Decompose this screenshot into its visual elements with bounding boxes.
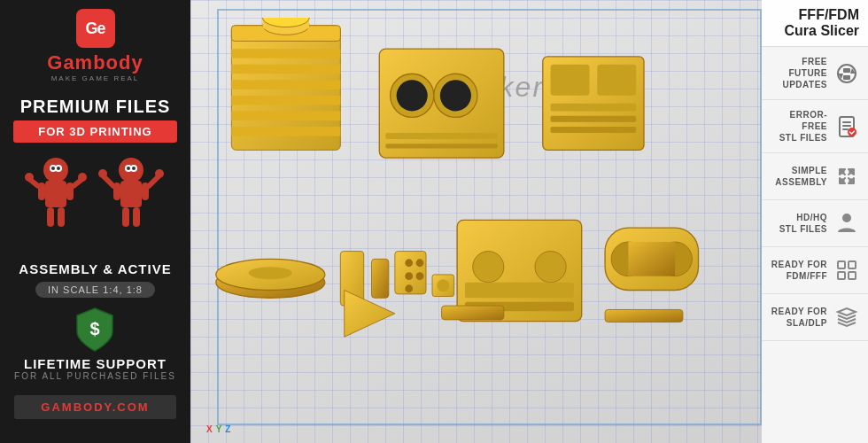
assembly-label: ASSEMBLY & ACTIVE [19, 261, 171, 276]
svg-rect-45 [385, 133, 498, 139]
svg-point-61 [405, 272, 413, 280]
grid-icon [833, 256, 861, 284]
svg-point-27 [132, 167, 136, 170]
svg-point-65 [473, 252, 504, 283]
svg-point-90 [842, 214, 851, 222]
svg-rect-93 [838, 272, 845, 279]
for-purchased-label: FOR ALL PURCHASED FILES [14, 371, 176, 381]
document-icon [833, 113, 861, 141]
svg-point-26 [127, 167, 130, 170]
svg-point-62 [416, 272, 424, 280]
shield-icon: $ [74, 307, 115, 353]
svg-rect-50 [551, 104, 637, 112]
svg-rect-78 [843, 68, 850, 73]
svg-rect-57 [372, 259, 389, 298]
feature-error-free: ERROR-FREESTL FILES [762, 100, 868, 153]
svg-rect-49 [597, 65, 636, 96]
svg-rect-18 [122, 207, 129, 227]
layers-icon [833, 303, 861, 331]
left-sidebar: Ge Gambody MAKE GAME REAL PREMIUM FILES … [0, 0, 190, 443]
svg-point-81 [848, 128, 856, 136]
logo-icon: Ge [76, 9, 115, 48]
title-bar: FFF/FDM Cura Slicer [762, 0, 868, 47]
robots-svg [12, 150, 180, 256]
svg-rect-67 [465, 283, 574, 299]
axis-indicators: X Y Z [206, 424, 230, 434]
svg-point-87 [845, 179, 849, 183]
svg-rect-35 [231, 111, 340, 120]
feature-sla-dlp: READY FORSLA/DLP [762, 294, 868, 341]
svg-point-86 [845, 170, 849, 175]
feature-simple-assembly-text: SIMPLEASSEMBLY [775, 165, 827, 188]
svg-point-8 [25, 173, 34, 182]
svg-point-55 [249, 267, 292, 279]
svg-text:$: $ [90, 319, 100, 338]
puzzle-icon [833, 162, 861, 190]
premium-files-label: PREMIUM FILES [20, 97, 171, 117]
svg-rect-36 [231, 127, 340, 136]
svg-rect-48 [551, 65, 590, 96]
feature-future-updates-text: FREE FUTUREUPDATES [769, 56, 827, 90]
3d-parts-illustration [208, 18, 753, 353]
brand-name: Gambody [47, 51, 143, 74]
svg-rect-46 [385, 144, 498, 148]
feature-hd-hq-text: HD/HQSTL FILES [779, 212, 827, 235]
svg-rect-33 [231, 80, 340, 89]
svg-rect-92 [849, 261, 856, 268]
scale-badge: IN SCALE 1:4, 1:8 [35, 282, 155, 298]
svg-rect-15 [120, 181, 142, 207]
logo-area: Ge Gambody MAKE GAME REAL [47, 9, 143, 82]
svg-point-23 [155, 169, 164, 178]
svg-rect-32 [231, 65, 340, 74]
lifetime-support-label: LIFETIME SUPPORT [24, 356, 167, 371]
feature-future-updates: FREE FUTUREUPDATES [762, 47, 868, 100]
svg-point-13 [57, 167, 60, 170]
feature-fdm-fff: READY FORFDM/FFF [762, 247, 868, 294]
logo-letters: Ge [85, 19, 105, 38]
svg-point-9 [78, 173, 87, 182]
svg-rect-72 [628, 242, 675, 276]
svg-rect-31 [231, 49, 340, 58]
svg-point-63 [405, 284, 413, 292]
shield-area: $ LIFETIME SUPPORT FOR ALL PURCHASED FIL… [14, 307, 176, 381]
svg-rect-91 [838, 261, 845, 268]
brand-tagline: MAKE GAME REAL [51, 74, 140, 82]
svg-point-44 [440, 80, 471, 111]
feature-simple-assembly: SIMPLEASSEMBLY [762, 153, 868, 200]
svg-point-60 [416, 259, 424, 267]
person-icon [833, 209, 861, 237]
right-sidebar: FFF/FDM Cura Slicer FREE FUTUREUPDATES E… [762, 0, 868, 443]
feature-hd-hq: HD/HQSTL FILES [762, 200, 868, 247]
svg-point-89 [849, 175, 854, 179]
feature-error-free-text: ERROR-FREESTL FILES [769, 109, 827, 144]
svg-point-66 [535, 252, 566, 283]
svg-rect-5 [58, 207, 65, 227]
slicer-background: Ultimaker [190, 0, 762, 443]
main-content: Ultimaker [190, 0, 762, 443]
refresh-icon [833, 59, 861, 88]
svg-rect-73 [442, 306, 504, 320]
svg-point-88 [841, 175, 845, 179]
svg-rect-52 [551, 127, 637, 133]
svg-rect-94 [849, 272, 856, 279]
svg-rect-1 [45, 181, 66, 207]
for-3d-badge: FOR 3D PRINTING [13, 120, 176, 143]
svg-rect-51 [551, 116, 637, 122]
robot-illustration [12, 150, 180, 256]
feature-sla-dlp-text: READY FORSLA/DLP [771, 306, 827, 329]
gambody-website[interactable]: GAMBODY.COM [14, 395, 175, 419]
svg-point-77 [437, 279, 449, 291]
svg-point-59 [405, 259, 413, 267]
svg-rect-19 [133, 207, 140, 227]
svg-rect-74 [605, 309, 683, 322]
svg-point-22 [98, 169, 107, 178]
svg-point-42 [397, 80, 428, 111]
svg-rect-34 [231, 96, 340, 105]
svg-rect-4 [47, 207, 54, 227]
feature-fdm-fff-text: READY FORFDM/FFF [771, 259, 827, 282]
svg-rect-79 [843, 75, 850, 80]
svg-point-12 [51, 167, 55, 170]
